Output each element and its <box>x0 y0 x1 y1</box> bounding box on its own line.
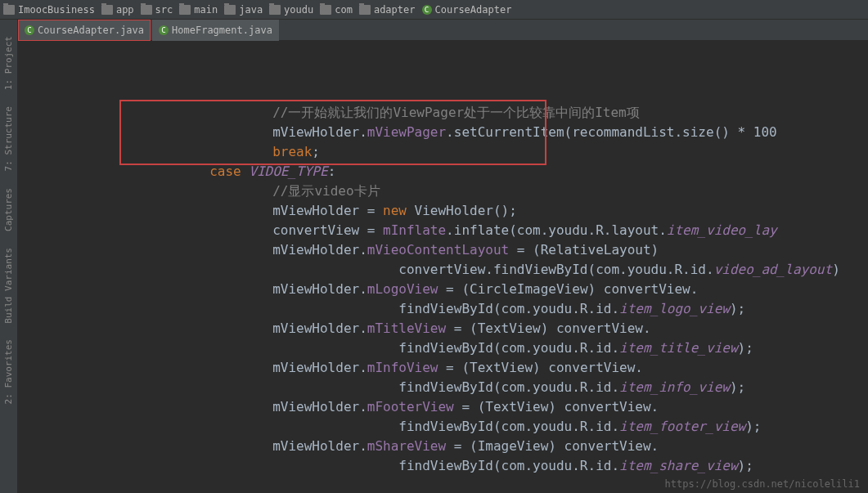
folder-icon <box>320 5 331 15</box>
code-line[interactable]: mViewHolder.mFooterView = (TextView) con… <box>83 397 868 417</box>
breadcrumb-item[interactable]: ImoocBusiness <box>3 4 95 16</box>
tool-window-button[interactable]: 2: Favorites <box>3 339 14 404</box>
folder-icon <box>359 5 371 15</box>
folder-icon <box>101 5 113 15</box>
folder-icon <box>141 5 152 15</box>
editor-tab[interactable]: CHomeFragment.java <box>152 20 279 41</box>
code-line[interactable]: mViewHolder.mShareView = (ImageView) con… <box>83 437 868 456</box>
breadcrumb-label: app <box>116 4 134 16</box>
breadcrumb-item[interactable]: java <box>224 4 263 16</box>
class-icon: C <box>159 25 169 35</box>
breadcrumb-label: src <box>155 4 173 16</box>
breadcrumb-label: youdu <box>284 4 313 16</box>
folder-icon <box>224 5 236 15</box>
class-icon: C <box>25 25 34 35</box>
breadcrumb-label: java <box>239 4 263 16</box>
code-line[interactable]: mViewHolder.mViewPager.setCurrentItem(re… <box>83 123 868 142</box>
watermark: https://blog.csdn.net/nicolelili1 <box>665 478 860 490</box>
breadcrumb-item[interactable]: com <box>320 4 353 16</box>
code-line[interactable]: mViewHolder.mVieoContentLayout = (Relati… <box>83 240 868 260</box>
breadcrumb: ImoocBusinessappsrcmainjavayouducomadapt… <box>0 0 868 20</box>
code-line[interactable]: //一开始就让我们的ViewPager处于一个比较靠中间的Item项 <box>83 103 868 123</box>
code-line[interactable]: mViewHolder.mLogoView = (CircleImageView… <box>83 280 868 299</box>
code-line[interactable]: mViewHolder.mInfoView = (TextView) conve… <box>83 358 868 378</box>
tool-window-bar-left: 1: Project7: StructureCapturesBuild Vari… <box>0 20 18 493</box>
tool-window-button[interactable]: Captures <box>3 188 14 231</box>
breadcrumb-item[interactable]: app <box>101 4 134 16</box>
folder-icon <box>179 5 191 15</box>
tool-window-button[interactable]: Build Variants <box>3 248 14 324</box>
breadcrumb-item[interactable]: youdu <box>269 4 313 16</box>
breadcrumb-item[interactable]: CCourseAdapter <box>422 4 512 16</box>
breadcrumb-label: ImoocBusiness <box>18 4 95 16</box>
code-line[interactable]: case VIDOE_TYPE: <box>83 162 868 182</box>
code-line[interactable]: convertView.findViewById(com.youdu.R.id.… <box>83 260 868 280</box>
code-line[interactable]: findViewById(com.youdu.R.id.item_logo_vi… <box>83 299 868 319</box>
tab-label: CourseAdapter.java <box>38 25 144 36</box>
class-icon: C <box>422 5 432 15</box>
breadcrumb-label: CourseAdapter <box>435 4 512 16</box>
folder-icon <box>269 5 281 15</box>
main-area: 1: Project7: StructureCapturesBuild Vari… <box>0 20 868 493</box>
breadcrumb-item[interactable]: src <box>141 4 173 16</box>
code-line[interactable]: break; <box>83 142 868 162</box>
editor-tabs: CCourseAdapter.javaCHomeFragment.java <box>18 20 868 41</box>
tool-window-button[interactable]: 7: Structure <box>3 106 14 171</box>
code-line[interactable]: //显示video卡片 <box>83 182 868 201</box>
code-editor[interactable]: //一开始就让我们的ViewPager处于一个比较靠中间的Item项 mView… <box>18 41 868 493</box>
breadcrumb-label: main <box>194 4 218 16</box>
code-line[interactable]: mViewHolder.mTitleView = (TextView) conv… <box>83 319 868 338</box>
tool-window-button[interactable]: 1: Project <box>3 36 14 90</box>
code-line[interactable]: findViewById(com.youdu.R.id.item_info_vi… <box>83 378 868 397</box>
tab-label: HomeFragment.java <box>172 25 272 36</box>
breadcrumb-label: adapter <box>374 4 416 16</box>
code-line[interactable]: findViewById(com.youdu.R.id.item_share_v… <box>83 456 868 476</box>
breadcrumb-item[interactable]: main <box>179 4 218 16</box>
code-line[interactable]: mViewHolder = new ViewHolder(); <box>83 201 868 221</box>
code-line[interactable]: findViewById(com.youdu.R.id.item_title_v… <box>83 338 868 358</box>
editor-area: CCourseAdapter.javaCHomeFragment.java //… <box>18 20 868 493</box>
code-line[interactable]: convertView = mInflate.inflate(com.youdu… <box>83 221 868 240</box>
code-line[interactable]: findViewById(com.youdu.R.id.item_footer_… <box>83 417 868 437</box>
editor-tab[interactable]: CCourseAdapter.java <box>18 20 151 41</box>
breadcrumb-label: com <box>335 4 353 16</box>
breadcrumb-item[interactable]: adapter <box>359 4 416 16</box>
folder-icon <box>3 5 15 15</box>
